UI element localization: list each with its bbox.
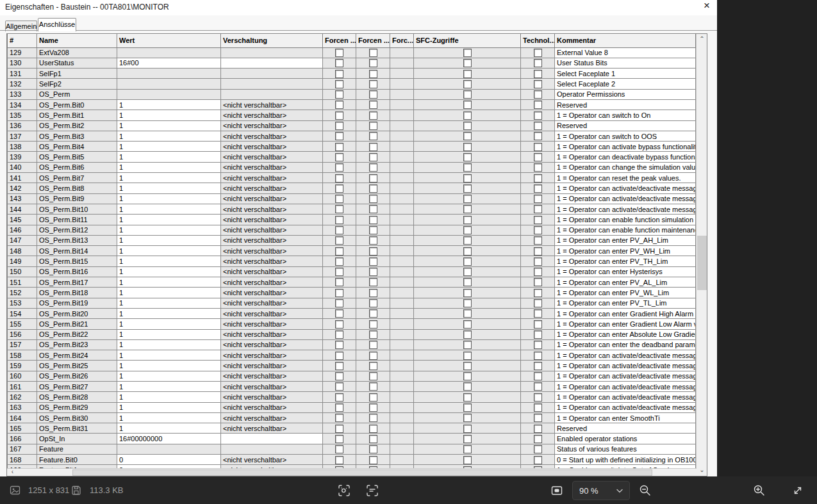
technol-checkbox[interactable] [534, 372, 542, 380]
wert-cell[interactable]: 1 [117, 256, 221, 266]
table-row[interactable]: 151OS_Perm.Bit171<nicht verschaltbar>1 =… [8, 277, 696, 288]
table-row[interactable]: 140OS_Perm.Bit61<nicht verschaltbar>1 = … [8, 162, 696, 172]
forcen2-checkbox[interactable] [369, 320, 377, 329]
table-row[interactable]: 155OS_Perm.Bit211<nicht verschaltbar>1 =… [8, 319, 696, 329]
forcen2-checkbox[interactable] [369, 289, 377, 297]
vertical-scrollbar[interactable]: ⌃ ⌄ [696, 34, 707, 476]
technol-checkbox[interactable] [534, 143, 542, 151]
forcen2-checkbox[interactable] [369, 309, 377, 318]
table-row[interactable]: 146OS_Perm.Bit121<nicht verschaltbar>1 =… [8, 225, 696, 235]
forcen2-checkbox[interactable] [369, 425, 377, 433]
forcen2-checkbox[interactable] [369, 236, 377, 245]
forcen2-checkbox[interactable] [369, 80, 377, 88]
col-header-sfc-zugriffe[interactable]: SFC-Zugriffe [414, 34, 521, 47]
technol-checkbox[interactable] [534, 247, 542, 256]
forcen2-checkbox[interactable] [369, 174, 377, 183]
table-row[interactable]: 144OS_Perm.Bit101<nicht verschaltbar>1 =… [8, 204, 696, 214]
forcen1-checkbox[interactable] [335, 153, 343, 161]
table-row[interactable]: 130UserStatus16#00User Status Bits [8, 58, 696, 68]
sfc-zugriff-checkbox[interactable] [463, 352, 472, 360]
forcen1-checkbox[interactable] [335, 268, 343, 276]
sfc-zugriff-checkbox[interactable] [463, 163, 472, 172]
table-row[interactable]: 139OS_Perm.Bit51<nicht verschaltbar>1 = … [8, 152, 696, 162]
sfc-zugriff-checkbox[interactable] [463, 226, 472, 234]
forcen2-checkbox[interactable] [369, 435, 377, 443]
fullscreen-button[interactable] [791, 476, 805, 504]
technol-checkbox[interactable] [534, 341, 542, 349]
forcen2-checkbox[interactable] [369, 372, 377, 380]
visual-search-button[interactable] [337, 476, 351, 504]
sfc-zugriff-checkbox[interactable] [463, 403, 472, 412]
table-row[interactable]: 141OS_Perm.Bit71<nicht verschaltbar>1 = … [8, 173, 696, 183]
forcen2-checkbox[interactable] [369, 216, 377, 224]
sfc-zugriff-checkbox[interactable] [463, 80, 472, 88]
sfc-zugriff-checkbox[interactable] [463, 456, 472, 464]
forcen1-checkbox[interactable] [335, 49, 343, 57]
sfc-zugriff-checkbox[interactable] [463, 49, 472, 57]
forcen2-checkbox[interactable] [369, 341, 377, 349]
forcen1-checkbox[interactable] [335, 163, 343, 172]
technol-checkbox[interactable] [534, 59, 542, 67]
technol-checkbox[interactable] [534, 456, 542, 464]
wert-cell[interactable]: 1 [117, 246, 221, 256]
wert-cell[interactable]: 1 [117, 266, 221, 277]
sfc-zugriff-checkbox[interactable] [463, 111, 472, 120]
technol-checkbox[interactable] [534, 403, 542, 412]
col-header-num[interactable]: # [8, 34, 37, 47]
wert-cell[interactable]: 1 [117, 319, 221, 329]
col-header-forcen2[interactable]: Forcen ... [356, 34, 390, 47]
forcen2-checkbox[interactable] [369, 445, 377, 453]
forcen2-checkbox[interactable] [369, 456, 377, 464]
forcen1-checkbox[interactable] [335, 59, 343, 67]
technol-checkbox[interactable] [534, 425, 542, 433]
wert-cell[interactable]: 1 [117, 361, 221, 371]
technol-checkbox[interactable] [534, 435, 542, 443]
forcen1-checkbox[interactable] [335, 111, 343, 120]
sfc-zugriff-checkbox[interactable] [463, 309, 472, 318]
technol-checkbox[interactable] [534, 122, 542, 130]
sfc-zugriff-checkbox[interactable] [463, 362, 472, 370]
sfc-zugriff-checkbox[interactable] [463, 195, 472, 203]
sfc-zugriff-checkbox[interactable] [463, 70, 472, 78]
sfc-zugriff-checkbox[interactable] [463, 445, 472, 453]
sfc-zugriff-checkbox[interactable] [463, 174, 472, 183]
wert-cell[interactable]: 1 [117, 215, 221, 225]
verschaltung-cell[interactable] [221, 58, 323, 68]
wert-cell[interactable]: 0 [117, 455, 221, 465]
technol-checkbox[interactable] [534, 49, 542, 57]
table-row[interactable]: 137OS_Perm.Bit31<nicht verschaltbar>1 = … [8, 131, 696, 141]
table-row[interactable]: 136OS_Perm.Bit21<nicht verschaltbar>Rese… [8, 120, 696, 131]
sfc-zugriff-checkbox[interactable] [463, 372, 472, 380]
forcen1-checkbox[interactable] [335, 299, 343, 307]
forcen1-checkbox[interactable] [335, 456, 343, 464]
wert-cell[interactable]: 1 [117, 173, 221, 183]
forcen1-checkbox[interactable] [335, 393, 343, 402]
forcen2-checkbox[interactable] [369, 111, 377, 120]
technol-checkbox[interactable] [534, 414, 542, 422]
technol-checkbox[interactable] [534, 70, 542, 78]
table-row[interactable]: 164OS_Perm.Bit301<nicht verschaltbar>1 =… [8, 412, 696, 423]
wert-cell[interactable]: 1 [117, 308, 221, 318]
wert-cell[interactable]: 1 [117, 329, 221, 339]
text-actions-button[interactable] [365, 476, 379, 504]
wert-cell[interactable]: 1 [117, 142, 221, 152]
table-row[interactable]: 159OS_Perm.Bit251<nicht verschaltbar>1 =… [8, 361, 696, 371]
wert-cell[interactable]: 1 [117, 193, 221, 204]
technol-checkbox[interactable] [534, 101, 542, 109]
technol-checkbox[interactable] [534, 195, 542, 203]
sfc-zugriff-checkbox[interactable] [463, 278, 472, 286]
forcen1-checkbox[interactable] [335, 445, 343, 453]
col-header-name[interactable]: Name [37, 34, 117, 47]
table-row[interactable]: 153OS_Perm.Bit191<nicht verschaltbar>1 =… [8, 298, 696, 308]
forcen1-checkbox[interactable] [335, 90, 343, 99]
table-row[interactable]: 156OS_Perm.Bit221<nicht verschaltbar>1 =… [8, 329, 696, 339]
table-row[interactable]: 168Feature.Bit00<nicht verschaltbar>0 = … [8, 455, 696, 465]
table-row[interactable]: 152OS_Perm.Bit181<nicht verschaltbar>1 =… [8, 288, 696, 298]
table-row[interactable]: 142OS_Perm.Bit81<nicht verschaltbar>1 = … [8, 183, 696, 193]
forcen1-checkbox[interactable] [335, 362, 343, 370]
forcen1-checkbox[interactable] [335, 174, 343, 183]
sfc-zugriff-checkbox[interactable] [463, 236, 472, 245]
forcen2-checkbox[interactable] [369, 59, 377, 67]
table-row[interactable]: 138OS_Perm.Bit41<nicht verschaltbar>1 = … [8, 142, 696, 152]
wert-cell[interactable]: 1 [117, 277, 221, 288]
